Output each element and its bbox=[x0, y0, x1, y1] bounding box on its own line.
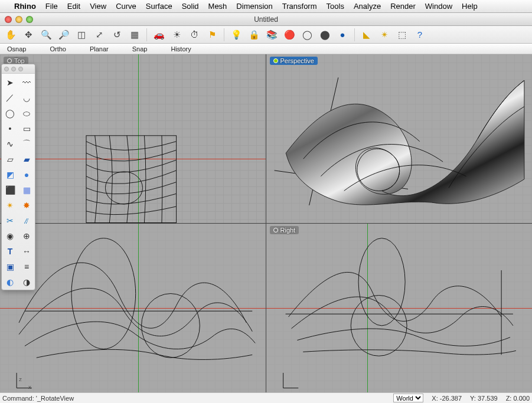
tool-cylinder[interactable]: ⬛ bbox=[2, 182, 18, 198]
tool-arc[interactable]: ◡ bbox=[18, 90, 35, 106]
clock-icon[interactable]: ⏱ bbox=[187, 28, 201, 42]
undo-view-icon[interactable]: ↺ bbox=[110, 28, 124, 42]
coord-x: -26.387 bbox=[440, 395, 462, 402]
tool-array[interactable]: ▣ bbox=[2, 259, 18, 274]
bulb-icon[interactable]: 💡 bbox=[229, 28, 243, 42]
svg-rect-0 bbox=[86, 136, 177, 223]
menu-file[interactable]: File bbox=[45, 2, 58, 11]
viewport-area: Top Perspective bbox=[0, 54, 532, 392]
planar-toggle[interactable]: Planar bbox=[90, 45, 109, 53]
zoom-in-icon[interactable]: 🔍 bbox=[39, 28, 53, 42]
tool-circle[interactable]: ◯ bbox=[2, 106, 18, 121]
zoom-out-icon[interactable]: 🔎 bbox=[57, 28, 71, 42]
tool-split[interactable]: ⫽ bbox=[18, 213, 35, 228]
svg-point-5 bbox=[142, 293, 200, 358]
arrow-icon[interactable]: ◣ bbox=[360, 28, 374, 42]
menu-mesh[interactable]: Mesh bbox=[208, 2, 227, 11]
viewport-menu-icon[interactable] bbox=[273, 58, 278, 63]
tool-booleans[interactable]: ◉ bbox=[2, 228, 18, 244]
tool-pointer[interactable]: ➤ bbox=[2, 75, 18, 90]
tool-trim[interactable]: ✂ bbox=[2, 213, 18, 228]
menu-tools[interactable]: Tools bbox=[327, 2, 344, 11]
viewport-perspective[interactable]: Perspective bbox=[266, 54, 533, 224]
layers-icon[interactable]: 📚 bbox=[265, 28, 279, 42]
zoom-extents-icon[interactable]: ⤢ bbox=[92, 28, 106, 42]
menu-help[interactable]: Help bbox=[462, 2, 478, 11]
grid-icon[interactable]: ▦ bbox=[128, 28, 142, 42]
plugin-icon[interactable]: ✴ bbox=[377, 28, 391, 42]
tool-ellipse[interactable]: ⬭ bbox=[18, 106, 35, 121]
zoom-window-icon[interactable]: ◫ bbox=[74, 28, 89, 42]
snap-toggle[interactable]: Snap bbox=[132, 45, 148, 53]
viewport-label-perspective[interactable]: Perspective bbox=[270, 57, 318, 65]
tool-sphere[interactable]: ● bbox=[18, 167, 35, 182]
menu-surface[interactable]: Surface bbox=[146, 2, 172, 11]
tool-surface-pt[interactable]: ▱ bbox=[2, 152, 18, 167]
sphere-render-icon[interactable]: ● bbox=[335, 28, 350, 42]
viewport-top[interactable]: Top bbox=[0, 54, 266, 224]
viewport-menu-icon[interactable] bbox=[7, 58, 12, 63]
command-prompt[interactable]: Command: '_RotateView bbox=[2, 395, 74, 402]
separator bbox=[146, 28, 147, 41]
help-icon[interactable]: ? bbox=[413, 28, 427, 42]
sphere-shaded-icon[interactable]: ⬤ bbox=[318, 28, 332, 42]
lock-icon[interactable]: 🔒 bbox=[247, 28, 261, 42]
model-perspective bbox=[266, 54, 533, 223]
tool-text[interactable]: T bbox=[2, 244, 18, 259]
tool-surface-loft[interactable]: ▰ bbox=[18, 152, 35, 167]
ortho-toggle[interactable]: Ortho bbox=[50, 45, 66, 53]
transform-icon[interactable]: ⬚ bbox=[395, 28, 409, 42]
rotate-view-icon[interactable]: ✥ bbox=[21, 28, 35, 42]
tool-curve[interactable]: ∿ bbox=[2, 136, 18, 152]
tool-rectangle[interactable]: ▭ bbox=[18, 121, 35, 136]
main-toolbar: ✋ ✥ 🔍 🔎 ◫ ⤢ ↺ ▦ 🚗 ☀ ⏱ ⚑ 💡 🔒 📚 🔴 ◯ ⬤ ● ◣ … bbox=[0, 26, 532, 44]
sphere-wire-icon[interactable]: ◯ bbox=[300, 28, 314, 42]
tool-lasso[interactable]: 〰 bbox=[18, 75, 35, 90]
menu-curve[interactable]: Curve bbox=[116, 2, 136, 11]
palette-titlebar[interactable] bbox=[2, 64, 35, 74]
command-value: '_RotateView bbox=[36, 395, 74, 402]
window-titlebar: Untitled bbox=[0, 13, 532, 26]
tool-fillet[interactable]: ⌒ bbox=[18, 136, 35, 152]
mac-menubar: Rhino File Edit View Curve Surface Solid… bbox=[0, 0, 532, 13]
menu-dimension[interactable]: Dimension bbox=[236, 2, 272, 11]
tool-align[interactable]: ≡ bbox=[18, 259, 35, 274]
menu-edit[interactable]: Edit bbox=[67, 2, 80, 11]
menu-transform[interactable]: Transform bbox=[282, 2, 317, 11]
tool-plugin[interactable]: ✴ bbox=[2, 198, 18, 213]
viewport-menu-icon[interactable] bbox=[273, 228, 278, 232]
cplane-select[interactable]: World bbox=[393, 394, 423, 402]
menu-solid[interactable]: Solid bbox=[182, 2, 199, 11]
separator bbox=[224, 28, 224, 41]
flag-icon[interactable]: ⚑ bbox=[205, 28, 219, 42]
close-button[interactable] bbox=[5, 16, 12, 23]
menu-analyze[interactable]: Analyze bbox=[354, 2, 381, 11]
menu-render[interactable]: Render bbox=[390, 2, 416, 11]
viewport-front[interactable]: z x bbox=[0, 224, 266, 393]
zoom-button[interactable] bbox=[26, 16, 33, 23]
menu-window[interactable]: Window bbox=[425, 2, 452, 11]
tool-mesh[interactable]: ▦ bbox=[18, 182, 35, 198]
tool-material[interactable]: ◑ bbox=[18, 274, 35, 290]
material-icon[interactable]: 🔴 bbox=[282, 28, 296, 42]
viewport-right[interactable]: Right bbox=[266, 224, 533, 393]
pan-icon[interactable]: ✋ bbox=[4, 28, 18, 42]
tool-render-mesh[interactable]: ◐ bbox=[2, 274, 18, 290]
tool-dim[interactable]: ↔ bbox=[18, 244, 35, 259]
tool-explode[interactable]: ✸ bbox=[18, 198, 35, 213]
tool-box[interactable]: ◩ bbox=[2, 167, 18, 182]
osnap-toggle[interactable]: Osnap bbox=[7, 45, 26, 53]
tool-palette[interactable]: ➤ 〰 ／ ◡ ◯ ⬭ • ▭ ∿ ⌒ ▱ ▰ ◩ ● ⬛ ▦ ✴ ✸ ✂ ⫽ … bbox=[1, 64, 35, 290]
history-toggle[interactable]: History bbox=[171, 45, 191, 53]
app-name[interactable]: Rhino bbox=[14, 2, 36, 11]
model-front: z x bbox=[0, 224, 266, 393]
tool-point[interactable]: • bbox=[2, 121, 18, 136]
separator bbox=[354, 28, 355, 41]
sun-icon[interactable]: ☀ bbox=[169, 28, 184, 42]
car-icon[interactable]: 🚗 bbox=[152, 28, 166, 42]
viewport-label-right[interactable]: Right bbox=[270, 226, 299, 234]
tool-polyline[interactable]: ／ bbox=[2, 90, 18, 106]
minimize-button[interactable] bbox=[15, 16, 22, 23]
tool-group[interactable]: ⊕ bbox=[18, 228, 35, 244]
menu-view[interactable]: View bbox=[90, 2, 106, 11]
